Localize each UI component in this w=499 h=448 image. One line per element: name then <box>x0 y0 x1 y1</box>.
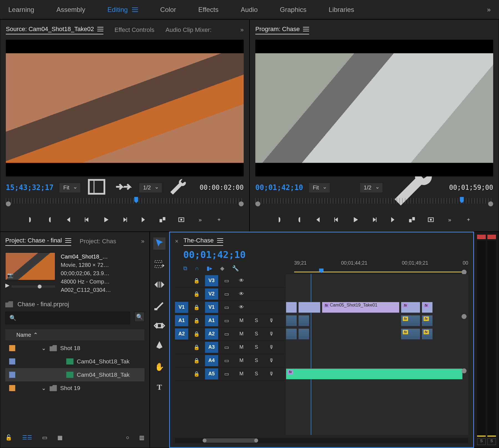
bin-icon[interactable] <box>5 301 13 307</box>
mark-in-icon[interactable] <box>27 216 34 224</box>
video-clip[interactable] <box>286 302 297 313</box>
effect-controls-tab[interactable]: Effect Controls <box>114 26 154 34</box>
audio-clip[interactable]: fx <box>422 315 433 326</box>
source-timecode-in[interactable]: 15;43;32;17 <box>6 183 54 192</box>
sync-lock-icon[interactable]: ▭ <box>220 315 233 326</box>
program-zoom-dropdown[interactable]: Fit <box>309 183 330 193</box>
panel-menu-icon[interactable] <box>217 238 223 243</box>
sync-lock-icon[interactable]: ▭ <box>220 302 233 313</box>
video-clip[interactable]: fx <box>401 302 420 313</box>
type-tool-icon[interactable]: T <box>153 381 166 393</box>
go-to-in-icon[interactable] <box>314 216 322 224</box>
sync-lock-icon[interactable]: ▭ <box>220 288 233 300</box>
sync-lock-icon[interactable]: ▭ <box>220 368 233 379</box>
timeline-tab[interactable]: The-Chase <box>184 237 223 246</box>
pen-tool-icon[interactable] <box>153 340 166 352</box>
list-view-icon[interactable]: ☰☰ <box>22 434 32 441</box>
lock-icon[interactable]: 🔒 <box>190 288 203 300</box>
linked-selection-icon[interactable]: ▮▸ <box>207 265 212 272</box>
project-tab-2[interactable]: Project: Chas <box>80 238 116 245</box>
lock-icon[interactable]: 🔒 <box>190 342 203 353</box>
lift-icon[interactable] <box>408 216 416 224</box>
slip-tool-icon[interactable] <box>153 320 166 332</box>
project-list-header-name[interactable]: Name ⌃ <box>5 329 144 340</box>
audio-clip[interactable] <box>286 328 297 340</box>
toggle-output-icon[interactable]: 👁 <box>235 275 248 286</box>
more-buttons-icon[interactable]: » <box>196 216 204 224</box>
source-resolution-dropdown[interactable]: 1/2 <box>139 183 162 193</box>
solo-left-button[interactable]: S <box>477 438 486 445</box>
solo-right-button[interactable]: S <box>487 438 496 445</box>
source-patch[interactable]: V1 <box>175 302 188 313</box>
step-forward-icon[interactable] <box>370 216 378 224</box>
project-row[interactable]: Cam04_Shot18_Tak <box>5 368 144 381</box>
scrubber-end-handle[interactable] <box>488 201 493 206</box>
clip-thumbnail[interactable]: 📷 <box>5 252 55 280</box>
audio-clip[interactable]: fx <box>401 328 420 340</box>
export-frame-icon[interactable] <box>177 216 185 224</box>
zoom-slider-icon[interactable]: ○ <box>126 434 129 441</box>
music-clip[interactable]: fx <box>286 368 463 379</box>
track-select-tool-icon[interactable] <box>153 258 166 270</box>
safe-margins-icon[interactable] <box>86 176 107 199</box>
timeline-ruler[interactable]: 39;21 00;01;44;21 00;01;49;21 00 <box>294 260 468 272</box>
ripple-tool-icon[interactable] <box>153 279 166 291</box>
workspace-tab-editing[interactable]: Editing <box>107 6 138 14</box>
panel-menu-icon[interactable] <box>97 27 103 31</box>
write-lock-icon[interactable]: 🔓 <box>5 434 12 441</box>
audio-clip[interactable] <box>286 315 297 326</box>
sync-lock-icon[interactable]: ▭ <box>220 342 233 353</box>
razor-tool-icon[interactable] <box>153 299 166 311</box>
lock-icon[interactable]: 🔒 <box>190 355 203 366</box>
playhead-line[interactable] <box>311 274 311 435</box>
scrubber-start-handle[interactable] <box>255 201 260 206</box>
mark-out-icon[interactable] <box>45 216 53 224</box>
audio-clip[interactable] <box>298 328 309 340</box>
icon-view-icon[interactable]: ▭ <box>42 434 47 441</box>
panel-overflow-icon[interactable]: » <box>141 238 144 245</box>
go-to-out-icon[interactable] <box>389 216 397 224</box>
mark-in-icon[interactable] <box>276 216 284 224</box>
insert-icon[interactable] <box>113 176 133 199</box>
track-label[interactable]: A1 <box>205 315 218 326</box>
workspace-tab-libraries[interactable]: Libraries <box>329 6 354 14</box>
play-icon[interactable] <box>102 216 110 224</box>
timeline-settings-wrench-icon[interactable]: 🔧 <box>232 265 239 272</box>
selection-tool-icon[interactable] <box>153 237 166 250</box>
play-icon[interactable] <box>352 216 359 224</box>
disclosure-icon[interactable]: ⌄ <box>41 385 46 391</box>
panel-overflow-icon[interactable]: » <box>240 26 244 34</box>
find-icon[interactable]: 🔍 <box>134 312 144 322</box>
more-buttons-icon[interactable]: » <box>446 216 454 224</box>
workspace-overflow-icon[interactable]: » <box>487 6 491 14</box>
track-label[interactable]: V2 <box>205 288 218 300</box>
track-label[interactable]: A5 <box>205 368 218 379</box>
track-label[interactable]: V1 <box>205 302 218 313</box>
mute-button[interactable]: M <box>235 328 248 340</box>
step-back-icon[interactable] <box>333 216 340 224</box>
project-row[interactable]: ⌄ Shot 19 <box>5 381 144 395</box>
toggle-output-icon[interactable]: 👁 <box>235 302 248 313</box>
project-tab-1[interactable]: Project: Chase - final <box>5 237 71 246</box>
mute-button[interactable]: M <box>235 368 248 379</box>
workspace-tab-effects[interactable]: Effects <box>198 6 218 14</box>
source-patch[interactable]: A2 <box>175 328 188 340</box>
toggle-output-icon[interactable]: 👁 <box>235 288 248 300</box>
scrubber-start-handle[interactable] <box>6 201 11 206</box>
mute-button[interactable]: M <box>235 315 248 326</box>
marker-icon[interactable]: ◆ <box>220 265 224 272</box>
step-forward-icon[interactable] <box>121 216 129 224</box>
track-label[interactable]: A3 <box>205 342 218 353</box>
workspace-tab-assembly[interactable]: Assembly <box>56 6 85 14</box>
lock-icon[interactable]: 🔒 <box>190 328 203 340</box>
panel-menu-icon[interactable] <box>303 27 309 31</box>
project-row[interactable]: ⌄ Shot 18 <box>5 341 144 355</box>
program-resolution-dropdown[interactable]: 1/2 <box>360 183 383 193</box>
solo-button[interactable]: S <box>250 342 263 353</box>
add-button-icon[interactable]: + <box>215 216 223 224</box>
audio-clip-mixer-tab[interactable]: Audio Clip Mixer: <box>166 26 212 34</box>
solo-button[interactable]: S <box>250 355 263 366</box>
mute-button[interactable]: M <box>235 355 248 366</box>
source-monitor[interactable] <box>6 40 244 176</box>
clip-indicator[interactable] <box>487 235 496 239</box>
